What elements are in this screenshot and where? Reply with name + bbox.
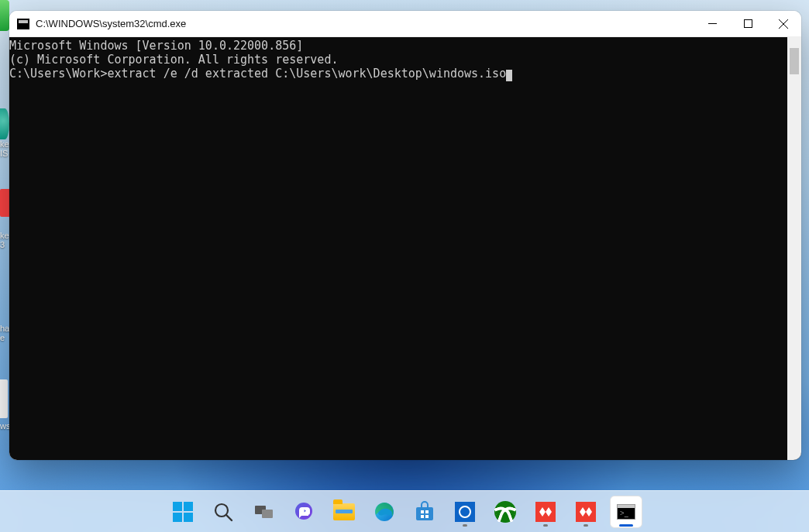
terminal-output[interactable]: Microsoft Windows [Version 10.0.22000.85… [9, 37, 787, 460]
task-view-icon [253, 501, 274, 523]
taskbar-xbox[interactable] [489, 496, 522, 528]
close-button[interactable] [766, 11, 801, 37]
taskbar-task-view[interactable] [247, 496, 280, 528]
terminal-line: Microsoft Windows [Version 10.0.22000.85… [9, 39, 787, 53]
cmd-icon [17, 19, 29, 29]
scrollbar[interactable] [787, 37, 801, 460]
svg-rect-7 [262, 510, 273, 518]
blue-square-icon [455, 502, 475, 522]
desktop-icon-label-fragment: hae [0, 324, 9, 342]
taskbar-start-button[interactable] [167, 496, 199, 528]
taskbar-cmd[interactable] [610, 496, 642, 528]
taskbar-anydesk-2[interactable] [570, 496, 602, 528]
cmd-window: C:\WINDOWS\system32\cmd.exe Microsoft Wi… [9, 11, 801, 460]
taskbar-anydesk-1[interactable] [529, 496, 562, 528]
taskbar-chat[interactable] [287, 496, 320, 528]
svg-rect-13 [425, 510, 429, 513]
taskbar-microsoft-store[interactable] [408, 496, 441, 528]
folder-icon [333, 503, 355, 520]
svg-rect-12 [421, 510, 424, 513]
desktop-icon-fragment[interactable] [0, 0, 9, 31]
search-icon [212, 501, 234, 523]
scrollbar-thumb[interactable] [790, 48, 799, 74]
svg-rect-15 [425, 515, 429, 518]
taskbar-edge[interactable] [368, 496, 401, 528]
svg-rect-1 [744, 20, 752, 28]
anydesk-icon [576, 502, 596, 522]
svg-line-5 [226, 515, 232, 520]
terminal-cursor [506, 70, 512, 81]
chat-icon [293, 501, 315, 523]
maximize-button[interactable] [730, 11, 766, 37]
titlebar[interactable]: C:\WINDOWS\system32\cmd.exe [9, 11, 801, 37]
desktop-icon-label-fragment: ke3 [0, 231, 9, 249]
window-title: C:\WINDOWS\system32\cmd.exe [36, 18, 186, 29]
desktop-icon-fragment[interactable] [0, 379, 8, 418]
minimize-button[interactable] [694, 11, 730, 37]
xbox-icon [494, 501, 516, 523]
svg-rect-14 [421, 515, 424, 518]
taskbar-app-blue[interactable] [449, 496, 481, 528]
windows-start-icon [173, 502, 193, 522]
taskbar-search[interactable] [207, 496, 239, 528]
desktop-icon-label-fragment: keIS [0, 139, 9, 158]
anydesk-icon [535, 502, 556, 522]
store-icon [414, 501, 435, 523]
svg-rect-11 [416, 507, 433, 520]
desktop-icon-fragment[interactable] [0, 108, 9, 139]
cmd-icon [617, 504, 635, 520]
terminal-line: C:\Users\Work>extract /e /d extracted C:… [9, 67, 787, 81]
edge-icon [374, 501, 395, 523]
terminal-line: (c) Microsoft Corporation. All rights re… [9, 53, 787, 67]
taskbar [0, 490, 809, 532]
taskbar-file-explorer[interactable] [328, 496, 360, 528]
